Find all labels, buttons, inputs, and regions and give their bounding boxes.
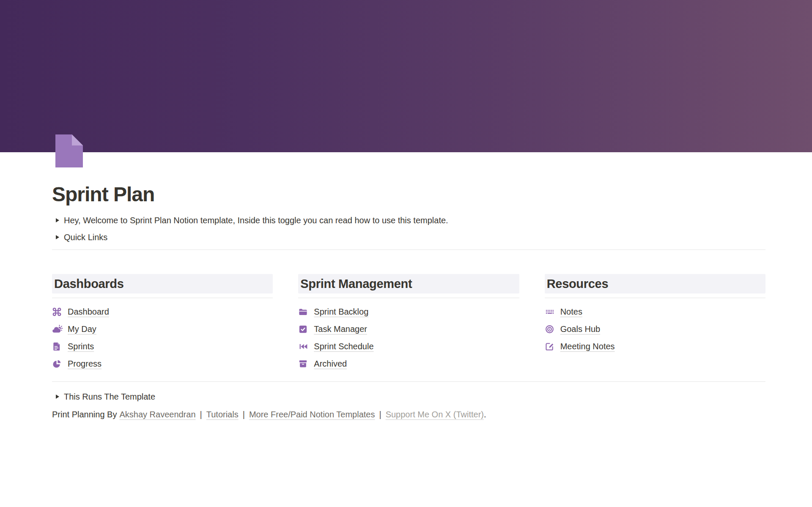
page-body: Sprint Plan Hey, Welcome to Sprint Plan …: [0, 134, 812, 423]
column-resources: Resources Notes: [545, 274, 765, 373]
sprint-backlog-link[interactable]: Sprint Backlog: [314, 307, 368, 317]
target-icon: [545, 324, 556, 334]
my-day-link[interactable]: My Day: [68, 324, 96, 334]
resources-header-block: Resources: [545, 274, 765, 293]
footer-suffix: .: [484, 409, 486, 420]
rewind-icon: [298, 342, 309, 352]
page-link-sprints[interactable]: Sprints: [52, 338, 273, 355]
resources-link-list: Notes Goals Hub: [545, 303, 765, 355]
page-link-sprint-backlog[interactable]: Sprint Backlog: [298, 303, 519, 321]
sprint-management-heading: Sprint Management: [300, 277, 516, 290]
compose-icon: [545, 342, 556, 352]
sun-cloud-icon: [52, 324, 63, 334]
divider: [298, 298, 519, 298]
toggle-triangle-icon[interactable]: [52, 392, 62, 402]
dashboards-link-list: Dashboard: [52, 303, 273, 373]
runs-template-toggle-label: This Runs The Template: [62, 391, 155, 402]
divider: [52, 381, 765, 382]
footer-separator: |: [375, 409, 385, 420]
page-link-notes[interactable]: Notes: [545, 303, 765, 321]
page-title: Sprint Plan: [52, 183, 765, 206]
command-icon: [52, 307, 63, 317]
quick-links-toggle[interactable]: Quick Links: [52, 229, 765, 246]
toggle-triangle-icon[interactable]: [52, 215, 62, 225]
divider: [545, 298, 765, 298]
keyboard-icon: [545, 307, 556, 317]
pie-chart-icon: [52, 359, 63, 369]
divider: [52, 249, 765, 250]
tutorials-link[interactable]: Tutorials: [206, 409, 239, 420]
footer-separator: |: [239, 409, 249, 420]
sprint-schedule-link[interactable]: Sprint Schedule: [314, 342, 373, 351]
page-link-archived[interactable]: Archived: [298, 355, 519, 373]
folder-icon: [298, 307, 309, 317]
runs-template-toggle[interactable]: This Runs The Template: [52, 388, 765, 405]
checkbox-icon: [298, 324, 309, 334]
columns-section: Dashboards Dashboard: [52, 274, 765, 373]
page-link-goals-hub[interactable]: Goals Hub: [545, 321, 765, 338]
footer-separator: |: [196, 409, 206, 420]
page-link-dashboard[interactable]: Dashboard: [52, 303, 273, 321]
toggle-triangle-icon[interactable]: [52, 232, 62, 242]
page-cover: [0, 0, 812, 152]
dashboards-heading: Dashboards: [54, 277, 269, 290]
document-page-icon: [55, 134, 83, 167]
goals-hub-link[interactable]: Goals Hub: [560, 324, 601, 334]
support-link[interactable]: Support Me On X (Twitter): [386, 409, 484, 420]
archive-box-icon: [298, 359, 309, 369]
page-link-progress[interactable]: Progress: [52, 355, 273, 373]
task-manager-link[interactable]: Task Manager: [314, 324, 367, 334]
archived-link[interactable]: Archived: [314, 359, 347, 369]
dashboard-link[interactable]: Dashboard: [68, 307, 109, 317]
dashboards-header-block: Dashboards: [52, 274, 273, 293]
page-lines-icon: [52, 342, 63, 352]
page-link-task-manager[interactable]: Task Manager: [298, 321, 519, 338]
page-link-sprint-schedule[interactable]: Sprint Schedule: [298, 338, 519, 355]
page-link-meeting-notes[interactable]: Meeting Notes: [545, 338, 765, 355]
footer-prefix: Print Planning By: [52, 409, 117, 420]
meeting-notes-link[interactable]: Meeting Notes: [560, 342, 615, 351]
divider: [52, 298, 273, 298]
page-link-my-day[interactable]: My Day: [52, 321, 273, 338]
progress-link[interactable]: Progress: [68, 359, 102, 369]
page-icon[interactable]: [55, 134, 88, 167]
notes-link[interactable]: Notes: [560, 307, 582, 317]
quick-links-toggle-label: Quick Links: [62, 232, 107, 243]
column-sprint-management: Sprint Management Sprint Backlog: [298, 274, 519, 373]
templates-link[interactable]: More Free/Paid Notion Templates: [249, 409, 375, 420]
author-link[interactable]: Akshay Raveendran: [119, 409, 195, 420]
welcome-toggle-label: Hey, Welcome to Sprint Plan Notion templ…: [62, 215, 448, 226]
sprints-link[interactable]: Sprints: [68, 342, 94, 351]
footer-credits: Print Planning By Akshay Raveendran | Tu…: [52, 406, 765, 423]
resources-heading: Resources: [547, 277, 762, 290]
column-dashboards: Dashboards Dashboard: [52, 274, 273, 373]
welcome-toggle[interactable]: Hey, Welcome to Sprint Plan Notion templ…: [52, 212, 765, 229]
sprint-management-link-list: Sprint Backlog Task Manager: [298, 303, 519, 373]
sprint-management-header-block: Sprint Management: [298, 274, 519, 293]
